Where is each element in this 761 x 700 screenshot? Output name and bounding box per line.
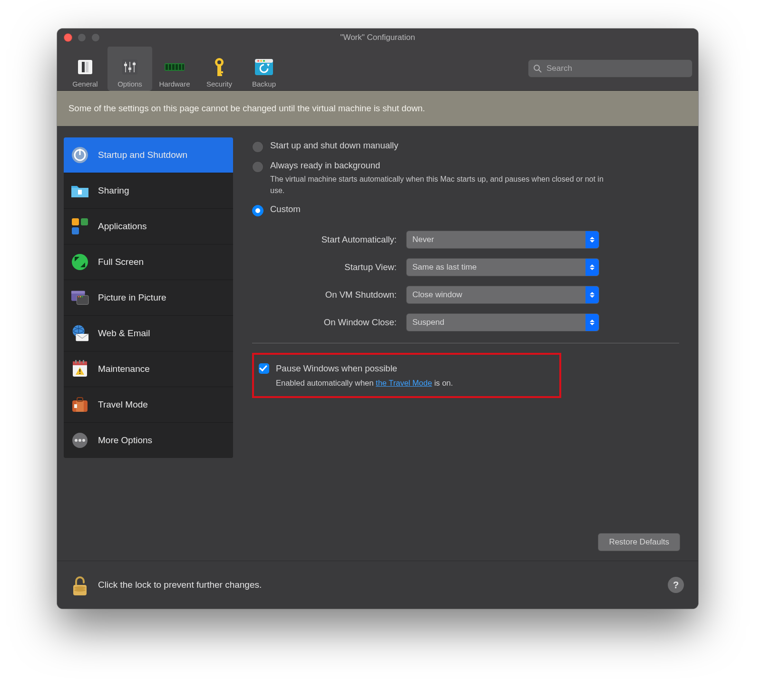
restore-defaults-button[interactable]: Restore Defaults	[598, 533, 680, 551]
svg-rect-19	[217, 66, 221, 75]
svg-rect-0	[78, 60, 92, 74]
folder-icon	[70, 181, 89, 200]
radio-manual[interactable]: Start up and shut down manually	[252, 140, 679, 153]
svg-point-38	[72, 254, 88, 270]
window-minimize-button[interactable]	[78, 33, 86, 42]
svg-point-62	[75, 439, 78, 442]
svg-rect-9	[133, 63, 136, 65]
sidebar-item-full-screen[interactable]: Full Screen	[64, 244, 233, 280]
web-email-icon	[70, 324, 89, 343]
suitcase-icon	[70, 395, 89, 414]
radio-custom-input[interactable]	[252, 205, 263, 216]
sidebar: Startup and Shutdown Sharing	[57, 126, 233, 561]
general-icon	[74, 56, 96, 78]
svg-point-28	[534, 65, 539, 70]
on-close-select[interactable]: Suspend	[406, 313, 599, 331]
svg-rect-58	[76, 400, 84, 412]
pause-desc: Enabled automatically when the Travel Mo…	[276, 379, 550, 388]
sidebar-item-maintenance[interactable]: Maintenance	[64, 351, 233, 387]
titlebar: "Work" Configuration	[57, 29, 698, 47]
radio-custom[interactable]: Custom	[252, 204, 679, 216]
search-field[interactable]	[528, 59, 693, 78]
content-pane: Start up and shut down manually Always r…	[233, 126, 698, 561]
svg-point-26	[263, 60, 265, 62]
help-button[interactable]: ?	[668, 577, 684, 593]
window-close-button[interactable]	[64, 33, 72, 42]
power-icon	[70, 146, 89, 165]
pause-highlight-box: Pause Windows when possible Enabled auto…	[252, 353, 561, 398]
pause-checkbox[interactable]	[259, 363, 269, 374]
svg-rect-20	[217, 71, 223, 73]
svg-rect-15	[179, 64, 181, 70]
tab-general[interactable]: General	[63, 46, 107, 91]
travel-mode-link[interactable]: the Travel Mode	[376, 379, 432, 387]
on-shutdown-label: On VM Shutdown:	[273, 290, 397, 300]
config-window: "Work" Configuration General	[57, 29, 698, 609]
security-icon	[208, 56, 230, 78]
svg-rect-14	[176, 64, 178, 70]
start-auto-select[interactable]: Never	[406, 231, 599, 249]
sidebar-item-applications[interactable]: Applications	[64, 209, 233, 244]
search-icon	[533, 64, 542, 73]
info-banner: Some of the settings on this page cannot…	[57, 91, 698, 126]
svg-point-18	[217, 60, 221, 64]
on-shutdown-select[interactable]: Close window	[406, 286, 599, 304]
svg-rect-1	[82, 62, 85, 72]
footer-text: Click the lock to prevent further change…	[98, 580, 262, 590]
search-input[interactable]	[546, 63, 687, 74]
svg-point-24	[257, 60, 259, 62]
chevron-updown-icon	[585, 231, 599, 248]
apps-icon	[70, 217, 89, 236]
maintenance-icon	[70, 360, 89, 379]
window-controls	[64, 33, 100, 42]
svg-rect-7	[124, 64, 127, 66]
startup-view-select[interactable]: Same as last time	[406, 258, 599, 276]
more-icon	[70, 431, 89, 450]
svg-rect-2	[86, 62, 88, 72]
radio-always-ready-input[interactable]	[252, 161, 263, 173]
svg-rect-55	[79, 369, 80, 372]
svg-rect-37	[72, 227, 79, 234]
sidebar-item-more-options[interactable]: More Options	[64, 423, 233, 458]
radio-manual-input[interactable]	[252, 141, 263, 153]
tab-security[interactable]: Security	[197, 46, 242, 91]
startup-view-label: Startup View:	[273, 262, 397, 272]
svg-rect-35	[72, 218, 79, 225]
chevron-updown-icon	[585, 286, 599, 303]
sidebar-item-sharing[interactable]: Sharing	[64, 173, 233, 209]
svg-point-63	[78, 439, 81, 442]
svg-rect-13	[172, 64, 175, 70]
tab-backup[interactable]: Backup	[242, 46, 286, 91]
window-zoom-button[interactable]	[91, 33, 100, 42]
sidebar-item-picture-in-picture[interactable]: Picture in Picture	[64, 280, 233, 316]
chevron-updown-icon	[585, 314, 599, 331]
options-icon	[119, 56, 141, 78]
svg-rect-42	[71, 291, 85, 294]
chevron-updown-icon	[585, 259, 599, 276]
toolbar: General Options	[57, 47, 698, 91]
svg-point-45	[80, 296, 81, 297]
svg-rect-36	[81, 218, 88, 225]
svg-point-46	[82, 296, 83, 297]
pause-checkbox-label: Pause Windows when possible	[276, 363, 397, 374]
sidebar-item-web-email[interactable]: Web & Email	[64, 316, 233, 351]
svg-rect-56	[79, 373, 80, 374]
fullscreen-icon	[70, 253, 89, 272]
section-divider	[252, 343, 679, 343]
svg-rect-60	[74, 404, 77, 408]
svg-point-25	[260, 60, 262, 62]
lock-icon[interactable]	[71, 575, 87, 594]
footer: Click the lock to prevent further change…	[57, 561, 698, 609]
window-title: "Work" Configuration	[57, 33, 698, 42]
backup-icon	[253, 56, 275, 78]
svg-rect-52	[79, 360, 80, 363]
on-close-label: On Window Close:	[273, 317, 397, 328]
svg-rect-11	[166, 64, 168, 70]
tab-hardware[interactable]: Hardware	[152, 46, 197, 91]
tab-options[interactable]: Options	[107, 46, 152, 91]
sidebar-item-startup-shutdown[interactable]: Startup and Shutdown	[64, 137, 233, 173]
pause-checkbox-row[interactable]: Pause Windows when possible	[259, 363, 550, 374]
radio-always-ready[interactable]: Always ready in background The virtual m…	[252, 160, 679, 196]
sidebar-item-travel-mode[interactable]: Travel Mode	[64, 387, 233, 423]
hardware-icon	[164, 56, 185, 78]
